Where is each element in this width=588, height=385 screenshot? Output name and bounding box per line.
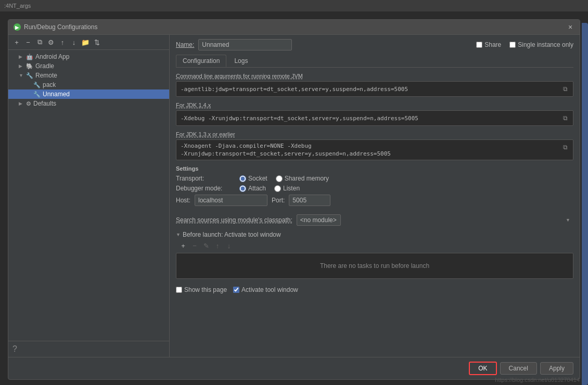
unnamed-icon: 🔧 <box>33 91 41 98</box>
close-button[interactable]: × <box>566 23 574 31</box>
socket-radio[interactable] <box>239 175 246 182</box>
watermark: https://blog.csdn.net/u013270414 <box>495 377 580 383</box>
jdk14-value: -Xdebug -Xrunjdwp:transport=dt_socket,se… <box>181 115 562 122</box>
port-input[interactable] <box>289 195 330 206</box>
config-tree: ▶ 🤖 Android App ▶ 🐘 Gradle ▼ 🔧 Remo <box>8 50 169 341</box>
defaults-icon: ⚙ <box>26 100 31 107</box>
folder-button[interactable]: 📁 <box>80 37 91 47</box>
dialog-icon: ▶ <box>14 23 21 31</box>
single-instance-checkbox[interactable] <box>509 42 516 48</box>
command-line-label: Command line arguments for running remot… <box>176 73 573 79</box>
port-label: Port: <box>272 197 285 204</box>
remove-config-button[interactable]: − <box>23 37 33 47</box>
socket-label: Socket <box>248 175 267 182</box>
no-tasks-label: There are no tasks to run before launch <box>320 262 429 270</box>
tree-item-pack[interactable]: 🔧 pack <box>8 80 169 89</box>
move-down-button[interactable]: ↓ <box>69 37 79 47</box>
host-label: Host: <box>176 197 190 204</box>
pack-icon: 🔧 <box>33 82 41 88</box>
config-tabs: Configuration Logs <box>176 55 573 68</box>
tree-item-gradle[interactable]: ▶ 🐘 Gradle <box>8 61 169 71</box>
dialog-footer: OK Cancel Apply <box>8 357 580 379</box>
tree-item-unnamed[interactable]: 🔧 Unnamed <box>8 89 169 99</box>
before-launch-arrow: ▼ <box>176 232 181 237</box>
gradle-icon: 🐘 <box>26 63 33 70</box>
before-launch-up-btn[interactable]: ↑ <box>212 240 223 251</box>
tab-logs[interactable]: Logs <box>227 55 254 67</box>
activate-tool-label: Activate tool window <box>241 286 298 293</box>
remote-arrow: ▼ <box>19 73 24 78</box>
copy-config-button[interactable]: ⧉ <box>34 37 45 47</box>
share-label: Share <box>484 41 501 48</box>
listen-label: Listen <box>283 185 300 192</box>
copy-jdk13-btn[interactable]: ⧉ <box>562 143 569 152</box>
shared-memory-label: Shared memory <box>285 175 329 182</box>
command-line-value: -agentlib:jdwp=transport=dt_socket,serve… <box>181 86 562 93</box>
single-instance-label: Single instance only <box>518 41 573 48</box>
listen-radio[interactable] <box>274 185 281 192</box>
module-label: Search sources using module's classpath: <box>176 216 292 224</box>
apply-button[interactable]: Apply <box>540 362 573 375</box>
before-launch-title: Before launch: Activate tool window <box>183 231 281 238</box>
unnamed-label: Unnamed <box>43 91 70 98</box>
ok-button[interactable]: OK <box>469 362 496 375</box>
defaults-arrow: ▶ <box>19 101 24 106</box>
move-up-button[interactable]: ↑ <box>57 37 68 47</box>
tree-item-remote[interactable]: ▼ 🔧 Remote <box>8 71 169 80</box>
dialog-title-bar: ▶ Run/Debug Configurations × <box>8 20 580 35</box>
before-launch-content: There are no tasks to run before launch <box>176 253 573 279</box>
settings-config-button[interactable]: ⚙ <box>46 37 56 47</box>
before-launch-add-btn[interactable]: + <box>178 240 188 251</box>
attach-radio[interactable] <box>239 185 246 192</box>
before-launch-edit-btn[interactable]: ✎ <box>201 240 211 251</box>
name-label: Name: <box>176 41 194 48</box>
debugger-mode-label: Debugger mode: <box>176 185 233 192</box>
defaults-label: Defaults <box>33 100 56 107</box>
left-toolbar: + − ⧉ ⚙ ↑ ↓ 📁 ⇅ <box>8 35 169 50</box>
top-bar-label: :4NT_args <box>4 3 31 9</box>
show-page-checkbox[interactable] <box>176 287 182 293</box>
attach-label: Attach <box>248 185 266 192</box>
before-launch-down-btn[interactable]: ↓ <box>224 240 234 251</box>
jdk13-line1: -Xnoagent -Djava.compiler=NONE -Xdebug <box>181 143 391 149</box>
sort-button[interactable]: ⇅ <box>92 37 102 47</box>
gradle-arrow: ▶ <box>19 63 24 69</box>
before-launch-remove-btn[interactable]: − <box>189 240 200 251</box>
copy-jdk14-btn[interactable]: ⧉ <box>562 113 569 123</box>
name-input[interactable] <box>198 39 292 50</box>
share-checkbox[interactable] <box>476 42 482 48</box>
remote-icon: 🔧 <box>26 72 33 79</box>
dialog-title: Run/Debug Configurations <box>24 23 97 31</box>
remote-label: Remote <box>35 72 57 79</box>
android-app-arrow: ▶ <box>19 54 24 59</box>
tab-configuration[interactable]: Configuration <box>176 55 226 67</box>
tree-item-defaults[interactable]: ▶ ⚙ Defaults <box>8 99 169 108</box>
cancel-button[interactable]: Cancel <box>500 362 537 375</box>
android-app-label: Android App <box>35 53 69 60</box>
activate-tool-checkbox[interactable] <box>233 287 239 293</box>
shared-memory-radio[interactable] <box>276 175 283 182</box>
host-input[interactable] <box>195 195 267 206</box>
add-config-button[interactable]: + <box>11 37 22 47</box>
bottom-help[interactable]: ? <box>8 341 169 357</box>
pack-label: pack <box>43 81 56 88</box>
show-page-label: Show this page <box>184 286 227 293</box>
settings-title: Settings <box>176 165 573 172</box>
jdk13-label: For JDK 1.3.x or earlier <box>176 131 573 137</box>
transport-label: Transport: <box>176 175 233 182</box>
module-select[interactable]: <no module> <box>297 214 341 226</box>
side-accent <box>582 23 588 385</box>
jdk13-line2: -Xrunjdwp:transport=dt_socket,server=y,s… <box>181 150 391 157</box>
android-app-icon: 🤖 <box>26 54 33 60</box>
copy-command-btn[interactable]: ⧉ <box>562 84 569 94</box>
jdk14-label: For JDK 1.4.x <box>176 102 573 108</box>
gradle-label: Gradle <box>35 62 54 70</box>
tree-item-android-app[interactable]: ▶ 🤖 Android App <box>8 52 169 61</box>
